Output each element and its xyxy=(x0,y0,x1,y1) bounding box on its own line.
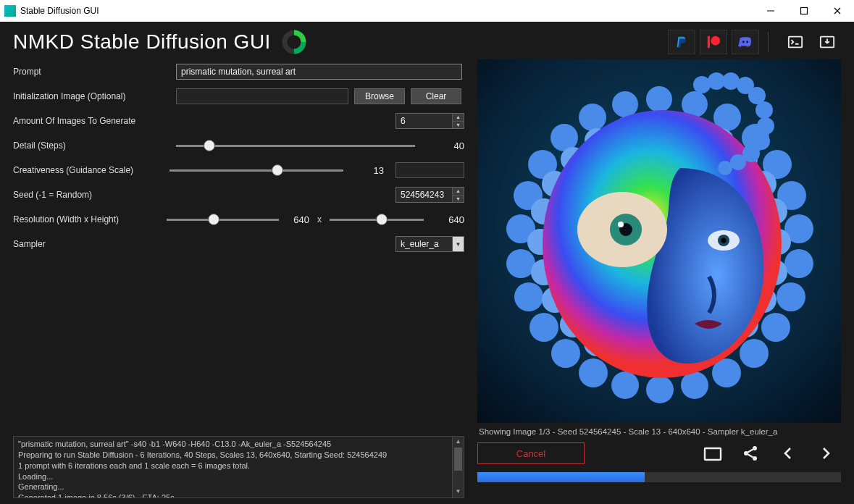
svg-point-22 xyxy=(761,313,790,342)
chevron-down-icon: ▼ xyxy=(452,237,464,251)
svg-point-37 xyxy=(579,104,606,131)
svg-rect-5 xyxy=(708,36,710,49)
resolution-separator: x xyxy=(315,214,324,224)
fullscreen-button[interactable] xyxy=(698,440,728,466)
log-line: Loading... xyxy=(18,471,459,482)
header-divider xyxy=(768,32,769,52)
steps-value: 40 xyxy=(435,140,464,151)
svg-point-20 xyxy=(784,249,813,278)
guidance-slider[interactable] xyxy=(169,163,343,177)
chevron-up-icon[interactable]: ▲ xyxy=(453,188,464,196)
svg-point-80 xyxy=(730,154,746,170)
progress-fill xyxy=(477,472,645,482)
download-button[interactable] xyxy=(813,30,841,54)
svg-point-27 xyxy=(611,371,639,399)
prompt-label: Prompt xyxy=(13,67,176,77)
app-header: NMKD Stable Diffusion GUI xyxy=(0,22,854,59)
sampler-label: Sampler xyxy=(13,239,176,249)
svg-point-25 xyxy=(681,371,708,399)
seed-label: Seed (-1 = Random) xyxy=(13,190,176,200)
amount-label: Amount Of Images To Generate xyxy=(13,116,176,126)
prev-image-button[interactable] xyxy=(773,440,803,466)
log-line: Generated 1 image in 8.56s (3/6) - ETA: … xyxy=(18,492,459,498)
svg-point-8 xyxy=(746,41,748,43)
seed-stepper[interactable]: 524564243 ▲▼ xyxy=(395,187,464,203)
image-info: Showing Image 1/3 - Seed 524564245 - Sca… xyxy=(477,423,841,439)
svg-point-77 xyxy=(757,117,774,135)
svg-point-85 xyxy=(753,456,757,461)
svg-point-29 xyxy=(551,339,580,368)
guidance-value: 13 xyxy=(355,165,384,176)
sampler-value: k_euler_a xyxy=(401,239,439,249)
maximize-button[interactable] xyxy=(787,0,821,22)
window-titlebar: Stable Diffusion GUI xyxy=(0,0,854,22)
svg-point-23 xyxy=(740,339,769,368)
svg-point-26 xyxy=(646,376,674,403)
svg-point-84 xyxy=(753,446,757,450)
width-slider[interactable] xyxy=(167,212,279,227)
terminal-button[interactable] xyxy=(782,30,809,54)
log-scrollbar[interactable]: ▲ ▼ xyxy=(452,437,464,497)
svg-point-7 xyxy=(742,41,745,43)
svg-point-81 xyxy=(718,161,732,175)
svg-rect-9 xyxy=(789,37,802,48)
chevron-down-icon[interactable]: ▼ xyxy=(456,487,461,497)
svg-point-28 xyxy=(579,358,608,387)
logo-ring-icon xyxy=(281,29,307,55)
cancel-button[interactable]: Cancel xyxy=(477,442,585,464)
chevron-down-icon[interactable]: ▼ xyxy=(453,196,464,203)
svg-point-71 xyxy=(693,76,711,93)
svg-point-13 xyxy=(646,86,672,112)
prompt-input[interactable] xyxy=(176,64,462,80)
discord-button[interactable] xyxy=(732,30,759,54)
svg-point-38 xyxy=(612,91,638,117)
width-value: 640 xyxy=(285,214,309,225)
chevron-down-icon[interactable]: ▼ xyxy=(453,122,464,129)
svg-point-21 xyxy=(776,282,805,311)
guidance-label: Creativeness (Guidance Scale) xyxy=(13,165,169,175)
sampler-select[interactable]: k_euler_a ▼ xyxy=(395,236,464,252)
steps-slider[interactable] xyxy=(176,138,415,153)
height-slider[interactable] xyxy=(330,212,424,227)
app-icon xyxy=(4,5,16,17)
svg-rect-1 xyxy=(801,8,808,14)
svg-point-31 xyxy=(514,282,543,311)
seed-value: 524564243 xyxy=(401,190,444,200)
svg-line-87 xyxy=(748,455,753,458)
log-line: Preparing to run Stable Diffusion - 6 It… xyxy=(18,450,459,461)
browse-button[interactable]: Browse xyxy=(354,88,405,104)
svg-line-86 xyxy=(748,450,753,453)
minimize-button[interactable] xyxy=(754,0,787,22)
svg-point-70 xyxy=(721,238,727,243)
share-button[interactable] xyxy=(735,440,766,466)
log-line: "prismatic mutation, surreal art" -s40 -… xyxy=(18,439,459,450)
log-line: 1 prompt with 6 iterations each and 1 sc… xyxy=(18,461,459,471)
init-image-input[interactable] xyxy=(176,88,348,104)
close-button[interactable] xyxy=(821,0,854,22)
svg-point-83 xyxy=(744,451,748,455)
resolution-label: Resolution (Width x Height) xyxy=(13,214,167,224)
svg-point-76 xyxy=(755,101,773,119)
svg-point-6 xyxy=(711,36,720,46)
paypal-button[interactable] xyxy=(668,30,695,54)
app-title: NMKD Stable Diffusion GUI xyxy=(13,30,271,54)
log-panel: "prismatic mutation, surreal art" -s40 -… xyxy=(13,436,464,498)
chevron-up-icon[interactable]: ▲ xyxy=(456,437,461,448)
progress-bar xyxy=(477,472,841,482)
next-image-button[interactable] xyxy=(811,440,841,466)
patreon-button[interactable] xyxy=(700,30,727,54)
init-image-label: Initialization Image (Optional) xyxy=(13,91,176,101)
amount-stepper[interactable]: 6 ▲▼ xyxy=(395,113,464,129)
svg-point-67 xyxy=(618,222,624,227)
clear-button[interactable]: Clear xyxy=(411,88,461,104)
settings-form: Prompt Initialization Image (Optional) B… xyxy=(13,59,464,433)
image-preview xyxy=(477,59,841,423)
chevron-up-icon[interactable]: ▲ xyxy=(453,114,464,122)
amount-value: 6 xyxy=(401,116,406,126)
height-value: 640 xyxy=(435,214,464,225)
window-title: Stable Diffusion GUI xyxy=(20,6,99,16)
svg-point-32 xyxy=(506,249,535,278)
steps-label: Detail (Steps) xyxy=(13,140,176,151)
guidance-extra-field[interactable] xyxy=(395,162,464,178)
log-line: Generating... xyxy=(18,482,459,492)
